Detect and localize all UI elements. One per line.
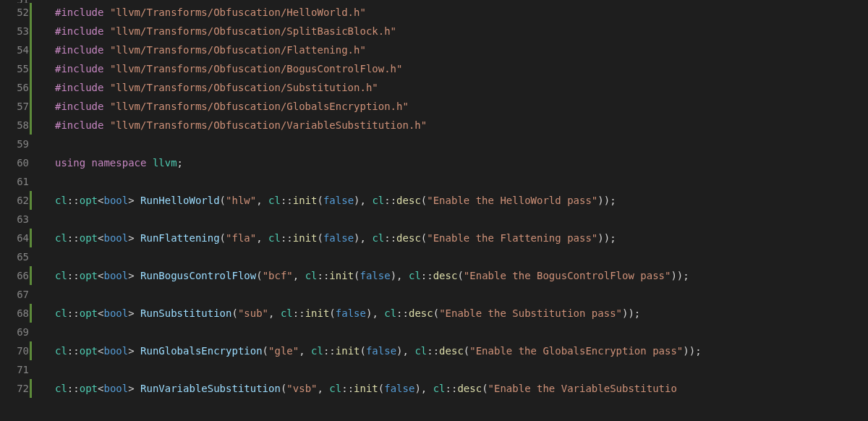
diff-added-marker bbox=[30, 116, 32, 135]
code-line[interactable] bbox=[55, 285, 868, 304]
diff-added-marker bbox=[30, 191, 32, 210]
code-line[interactable]: cl::opt<bool> RunGlobalsEncryption("gle"… bbox=[55, 341, 868, 360]
line-number: 70 bbox=[0, 341, 29, 360]
line-number: 66 bbox=[0, 266, 29, 285]
code-line[interactable]: #include "llvm/Transforms/Obfuscation/Va… bbox=[55, 116, 868, 135]
code-line[interactable]: cl::opt<bool> RunHelloWorld("hlw", cl::i… bbox=[55, 191, 868, 210]
diff-added-marker bbox=[30, 229, 32, 247]
diff-added-marker bbox=[30, 78, 32, 97]
diff-added-marker bbox=[30, 59, 32, 78]
line-number: 53 bbox=[0, 22, 29, 41]
code-line[interactable]: #include "llvm/Transforms/Obfuscation/Fl… bbox=[55, 41, 868, 59]
code-line[interactable] bbox=[55, 247, 868, 266]
code-line[interactable]: #include "llvm/Transforms/Obfuscation/Su… bbox=[55, 78, 868, 97]
code-line[interactable]: using namespace llvm; bbox=[55, 153, 868, 172]
line-number: 68 bbox=[0, 304, 29, 323]
code-line[interactable] bbox=[55, 210, 868, 229]
code-line[interactable] bbox=[55, 172, 868, 191]
line-number: 71 bbox=[0, 360, 29, 379]
code-line[interactable]: cl::opt<bool> RunVariableSubstitution("v… bbox=[55, 379, 868, 398]
code-line[interactable]: #include "llvm/Transforms/Obfuscation/Sp… bbox=[55, 22, 868, 41]
line-number bbox=[0, 398, 29, 401]
code-area[interactable]: #include "llvm/Transforms/Obfuscation/He… bbox=[42, 0, 868, 421]
line-number: 59 bbox=[0, 135, 29, 153]
code-line[interactable]: cl::opt<bool> RunSubstitution("sub", cl:… bbox=[55, 304, 868, 323]
code-line[interactable] bbox=[55, 398, 868, 401]
diff-added-marker bbox=[30, 97, 32, 116]
line-number: 60 bbox=[0, 153, 29, 172]
diff-added-marker bbox=[30, 41, 32, 59]
code-line[interactable] bbox=[55, 360, 868, 379]
code-line[interactable]: #include "llvm/Transforms/Obfuscation/He… bbox=[55, 3, 868, 22]
code-line[interactable]: cl::opt<bool> RunFlattening("fla", cl::i… bbox=[55, 229, 868, 247]
diff-added-marker bbox=[30, 379, 32, 398]
line-number: 64 bbox=[0, 229, 29, 247]
diff-added-marker bbox=[30, 266, 32, 285]
code-editor[interactable]: 5152535455565758596061626364656667686970… bbox=[0, 0, 868, 421]
line-number: 65 bbox=[0, 247, 29, 266]
code-line[interactable] bbox=[55, 135, 868, 153]
line-number: 62 bbox=[0, 191, 29, 210]
code-line[interactable]: cl::opt<bool> RunBogusControlFlow("bcf",… bbox=[55, 266, 868, 285]
line-number: 61 bbox=[0, 172, 29, 191]
line-number: 63 bbox=[0, 210, 29, 229]
line-number: 55 bbox=[0, 59, 29, 78]
line-number: 54 bbox=[0, 41, 29, 59]
diff-added-marker bbox=[30, 341, 32, 360]
line-number: 67 bbox=[0, 285, 29, 304]
line-number: 56 bbox=[0, 78, 29, 97]
line-number: 69 bbox=[0, 323, 29, 341]
line-number: 58 bbox=[0, 116, 29, 135]
code-line[interactable] bbox=[55, 323, 868, 341]
diff-added-marker bbox=[30, 304, 32, 323]
line-number-gutter: 5152535455565758596061626364656667686970… bbox=[0, 0, 42, 421]
diff-added-marker bbox=[30, 3, 32, 22]
line-number: 72 bbox=[0, 379, 29, 398]
code-line[interactable]: #include "llvm/Transforms/Obfuscation/Gl… bbox=[55, 97, 868, 116]
line-number: 57 bbox=[0, 97, 29, 116]
line-number: 52 bbox=[0, 3, 29, 22]
diff-added-marker bbox=[30, 22, 32, 41]
code-line[interactable]: #include "llvm/Transforms/Obfuscation/Bo… bbox=[55, 59, 868, 78]
